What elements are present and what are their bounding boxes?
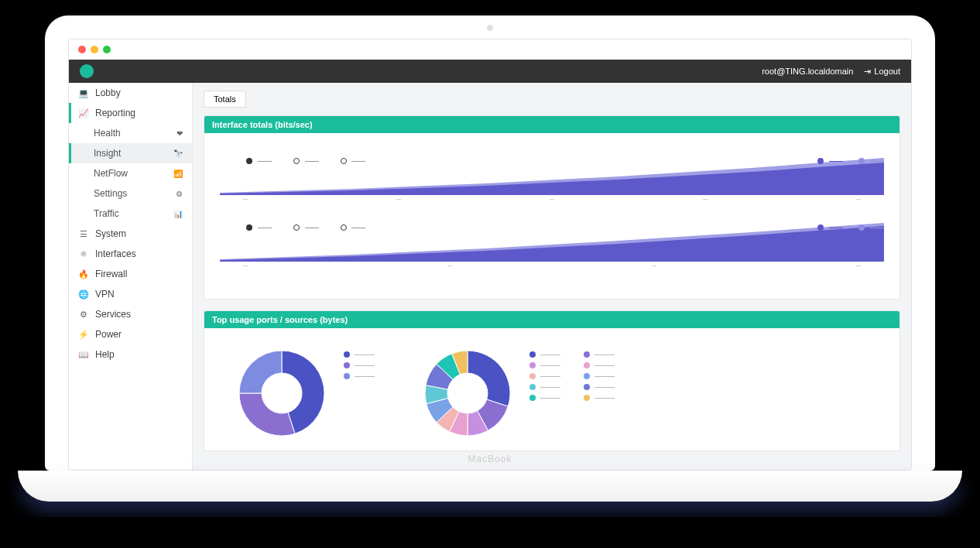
heartbeat-icon: ❤: [176, 129, 183, 138]
logout-icon: ⇥: [864, 67, 871, 77]
stats-icon: 📊: [173, 210, 183, 218]
minimize-icon[interactable]: [91, 46, 98, 53]
maximize-icon[interactable]: [103, 46, 111, 53]
screen: root@TING.localdomain ⇥ Logout 💻Lobby📈Re…: [68, 39, 912, 471]
sidebar-subitem-label: Health: [94, 128, 121, 139]
tab-totals[interactable]: Totals: [204, 91, 246, 108]
donut-legend: [529, 347, 615, 401]
sidebar-subitem-label: Insight: [94, 148, 121, 159]
logout-button[interactable]: ⇥ Logout: [864, 67, 900, 77]
sidebar-item-lobby[interactable]: 💻Lobby: [69, 83, 192, 103]
topbar: root@TING.localdomain ⇥ Logout: [69, 60, 911, 83]
logout-label: Logout: [874, 67, 900, 76]
close-icon[interactable]: [78, 46, 86, 53]
legend-item: [529, 362, 560, 368]
sidebar-item-label: Interfaces: [95, 248, 136, 259]
globe-icon: 🌐: [78, 289, 89, 300]
area-legend-right: [817, 223, 884, 231]
sidebar-subitem-netflow[interactable]: NetFlow📶: [69, 163, 192, 183]
legend-item: [529, 373, 560, 379]
panel-top-usage: Top usage ports / sources (bytes): [204, 310, 900, 451]
sidebar-item-label: Help: [95, 349, 115, 360]
sidebar-item-interfaces[interactable]: ⚛Interfaces: [69, 244, 192, 264]
sidebar-item-power[interactable]: ⚡Power: [69, 324, 192, 344]
laptop-icon: 💻: [78, 88, 89, 98]
sidebar: 💻Lobby📈ReportingHealth❤Insight🔭NetFlow📶S…: [69, 83, 193, 470]
donut-svg: [235, 347, 328, 440]
area-chart-2: --------: [220, 223, 884, 277]
sidebar-item-system[interactable]: ☰System: [69, 224, 192, 244]
legend-item: [584, 351, 615, 358]
x-ticks: --------: [220, 262, 884, 269]
legend-item: [344, 373, 375, 379]
rss-icon: 📶: [173, 170, 183, 178]
sidebar-subitem-label: NetFlow: [94, 168, 128, 179]
legend-item: [344, 362, 375, 368]
bolt-icon: ⚡: [78, 330, 89, 340]
list-icon: ☰: [78, 229, 89, 239]
legend-item: [529, 384, 560, 390]
chart-icon: 📈: [78, 108, 89, 118]
sidebar-item-label: System: [95, 228, 126, 239]
area-chart-1: ----------: [220, 156, 884, 211]
legend-item: [344, 351, 375, 358]
window-controls: [69, 39, 911, 60]
fire-icon: 🔥: [78, 269, 89, 279]
legend-item: [584, 384, 615, 390]
area-legend-left: [246, 223, 365, 231]
legend-item: [584, 362, 615, 368]
donut-legend: [344, 347, 375, 379]
donut-chart-1: [235, 347, 375, 440]
sidebar-subitem-insight[interactable]: Insight🔭: [69, 143, 192, 163]
sidebar-item-label: Power: [95, 329, 122, 340]
panel-top-usage-header: Top usage ports / sources (bytes): [204, 311, 899, 328]
legend-item: [529, 395, 560, 401]
x-ticks: ----------: [220, 195, 884, 203]
sidebar-item-label: Services: [95, 309, 131, 320]
sidebar-item-services[interactable]: ⚙Services: [69, 304, 192, 324]
laptop-frame: root@TING.localdomain ⇥ Logout 💻Lobby📈Re…: [45, 15, 935, 471]
laptop-base: [18, 471, 962, 502]
area-legend-right: [817, 156, 884, 165]
sidebar-subitem-settings[interactable]: Settings⚙: [69, 183, 192, 204]
sidebar-subitem-health[interactable]: Health❤: [69, 123, 192, 143]
sidebar-item-help[interactable]: 📖Help: [69, 344, 192, 365]
sidebar-item-label: Firewall: [95, 269, 127, 279]
gear-icon: ⚙: [176, 190, 183, 198]
sidebar-item-vpn[interactable]: 🌐VPN: [69, 284, 192, 304]
donut-chart-2: [421, 347, 615, 440]
legend-item: [584, 395, 615, 401]
sitemap-icon: ⚛: [78, 249, 89, 259]
tabs: Totals: [204, 91, 900, 108]
sidebar-subitem-label: Settings: [94, 188, 127, 199]
panel-interface-totals: Interface totals (bits/sec) ----------: [204, 115, 900, 300]
topbar-user: root@TING.localdomain: [762, 67, 853, 76]
main-content: Totals Interface totals (bits/sec) -----…: [193, 83, 911, 470]
sidebar-item-firewall[interactable]: 🔥Firewall: [69, 264, 192, 284]
book-icon: 📖: [78, 350, 89, 360]
legend-item: [584, 373, 615, 379]
gear-icon: ⚙: [78, 310, 89, 320]
app-logo-icon: [80, 64, 94, 78]
sidebar-item-label: Lobby: [95, 87, 121, 98]
donut-svg: [421, 347, 514, 440]
area-legend-left: [246, 156, 365, 165]
binoculars-icon: 🔭: [173, 149, 183, 158]
sidebar-item-reporting[interactable]: 📈Reporting: [69, 103, 192, 123]
legend-item: [529, 351, 560, 358]
sidebar-item-label: Reporting: [95, 108, 135, 118]
panel-interface-totals-header: Interface totals (bits/sec): [204, 116, 899, 133]
sidebar-subitem-traffic[interactable]: Traffic📊: [69, 204, 192, 224]
sidebar-subitem-label: Traffic: [94, 208, 119, 219]
sidebar-item-label: VPN: [95, 289, 115, 300]
